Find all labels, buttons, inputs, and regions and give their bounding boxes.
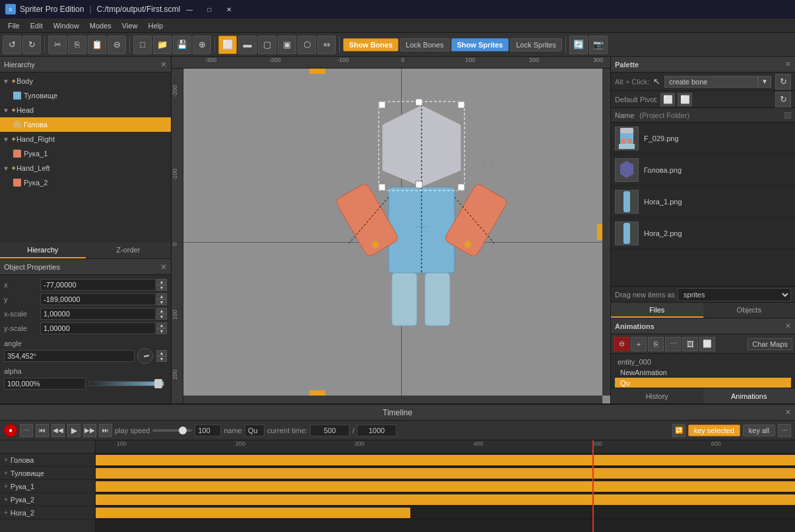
tl-current-time-value[interactable] [310,425,350,436]
char-maps-button[interactable]: Char Maps [747,338,792,350]
prop-input-alpha[interactable] [4,378,86,390]
key-all-button[interactable]: key all [743,425,775,436]
menu-edit[interactable]: Edit [25,20,48,31]
tab-objects[interactable]: Objects [703,303,796,318]
prop-spin-down-x[interactable]: ▼ [156,285,167,291]
palette-file-golova[interactable]: Голова.png [611,154,795,186]
tree-item-tulovische[interactable]: Туловище [0,88,171,103]
key-selected-button[interactable]: key selected [688,425,740,436]
add-button[interactable]: ⊕ [193,36,211,54]
prop-input-xscale[interactable] [40,308,156,320]
tl-record-button[interactable]: ● [4,424,17,437]
tree-item-body[interactable]: ▼ ✦ Body [0,74,171,88]
obj-props-close[interactable]: ✕ [160,262,167,272]
extra-button[interactable]: 📷 [589,36,608,54]
prop-input-x[interactable] [40,279,156,291]
prop-spin-up-xscale[interactable]: ▲ [156,308,167,314]
prop-input-angle[interactable] [4,350,135,362]
view-button-1[interactable]: ▬ [238,36,257,54]
prop-spin-down-yscale[interactable]: ▼ [156,328,167,334]
view-button-4[interactable]: ⬡ [298,36,316,54]
open-button[interactable]: 📁 [153,36,172,54]
cut-button[interactable]: ✂ [48,36,67,54]
view-button-5[interactable]: ⇔ [317,36,336,54]
lock-bones-button[interactable]: Lock Bones [400,38,449,51]
menu-modes[interactable]: Modes [84,20,117,31]
track-label-tulovische[interactable]: + Туловище [0,467,95,480]
tab-animations[interactable]: Animations [703,388,796,403]
prop-spin-down-y[interactable]: ▼ [156,299,167,305]
close-button[interactable]: ✕ [220,3,238,16]
undo-button[interactable]: ↺ [3,36,21,54]
prop-input-yscale[interactable] [40,322,156,334]
view-button-2[interactable]: ▢ [258,36,276,54]
tree-item-hand-left[interactable]: ▼ ✦ Hand_Left [0,161,171,175]
create-bone-dropdown[interactable]: ▼ [758,76,771,88]
timeline-close[interactable]: ✕ [785,408,791,417]
pivot-btn-1[interactable]: ⬜ [660,93,675,106]
tl-speed-value[interactable] [195,425,221,436]
menu-view[interactable]: View [117,20,143,31]
palette-close[interactable]: ✕ [785,60,791,69]
prop-spin-down-angle[interactable]: ▼ [156,356,167,362]
angle-dial[interactable] [137,348,153,364]
anim-expand-button[interactable]: ⬜ [699,337,715,351]
select-tool-button[interactable]: ⬜ [218,36,237,54]
view-button-3[interactable]: ▣ [278,36,296,54]
show-sprites-button[interactable]: Show Sprites [451,38,509,51]
anim-extra-button[interactable]: ⋯ [665,337,681,351]
paste-button[interactable]: 📋 [88,36,106,54]
prop-spin-up-yscale[interactable]: ▲ [156,322,167,328]
prop-spin-up-angle[interactable]: ▲ [156,350,167,356]
tab-history[interactable]: History [611,388,703,403]
animations-close[interactable]: ✕ [785,322,791,330]
tl-end-button[interactable]: ⏭ [99,424,112,437]
tab-hierarchy[interactable]: Hierarchy [0,243,86,258]
new-button[interactable]: □ [133,36,152,54]
tl-name-input[interactable] [245,425,265,436]
canvas-scrollbar-v[interactable] [602,69,610,396]
maximize-button[interactable]: □ [200,3,218,16]
prop-spin-up-y[interactable]: ▲ [156,293,167,299]
tl-options-button[interactable]: ⋯ [20,424,33,437]
tab-zorder[interactable]: Z-order [86,243,172,258]
pivot-btn-2[interactable]: ⬜ [678,93,692,106]
palette-file-f029[interactable]: F_029.png [611,123,795,154]
tl-speed-thumb[interactable] [179,427,187,434]
copy-button[interactable]: ⎘ [68,36,86,54]
anim-new-animation[interactable]: NewAnimation [615,367,791,378]
tl-speed-slider[interactable] [152,429,192,432]
prop-spin-down-xscale[interactable]: ▼ [156,314,167,320]
lock-sprites-button[interactable]: Lock Sprites [510,38,562,51]
minimize-button[interactable]: — [180,3,199,16]
anim-delete-button[interactable]: ⊖ [614,337,629,351]
track-label-golova[interactable]: + Голова [0,454,95,467]
save-button[interactable]: 💾 [173,36,191,54]
tl-next-frame-button[interactable]: ▶▶ [83,424,96,437]
track-playhead[interactable] [592,440,594,532]
tl-extra-button[interactable]: ⋯ [778,424,791,437]
palette-refresh-button[interactable]: ↻ [775,74,791,90]
menu-window[interactable]: Window [48,20,84,31]
menu-help[interactable]: Help [143,20,169,31]
tl-start-button[interactable]: ⏮ [36,424,49,437]
redo-button[interactable]: ↻ [22,36,41,54]
palette-file-noga2[interactable]: Нога_2.png [611,218,795,249]
tl-loop-button[interactable]: 🔁 [672,424,685,437]
tab-files[interactable]: Files [611,303,703,318]
tl-prev-frame-button[interactable]: ◀◀ [51,424,65,437]
anim-copy-button[interactable]: ⎘ [648,337,664,351]
prop-input-y[interactable] [40,293,156,305]
prop-spin-up-x[interactable]: ▲ [156,279,167,285]
alpha-slider-thumb[interactable] [154,379,162,388]
tree-item-hand-right[interactable]: ▼ ✦ Hand_Right [0,132,171,146]
delete-button[interactable]: ⊖ [108,36,126,54]
palette-file-noga1[interactable]: Нога_1.png [611,186,795,218]
refresh-button[interactable]: 🔄 [569,36,588,54]
tl-play-button[interactable]: ▶ [67,424,80,437]
track-label-ruka1[interactable]: + Рука_1 [0,480,95,493]
tree-item-head-group[interactable]: ▼ ✦ Head [0,103,171,117]
canvas-viewport[interactable] [183,69,602,396]
show-bones-button[interactable]: Show Bones [343,38,398,51]
drag-select[interactable]: sprites bones [678,288,791,301]
